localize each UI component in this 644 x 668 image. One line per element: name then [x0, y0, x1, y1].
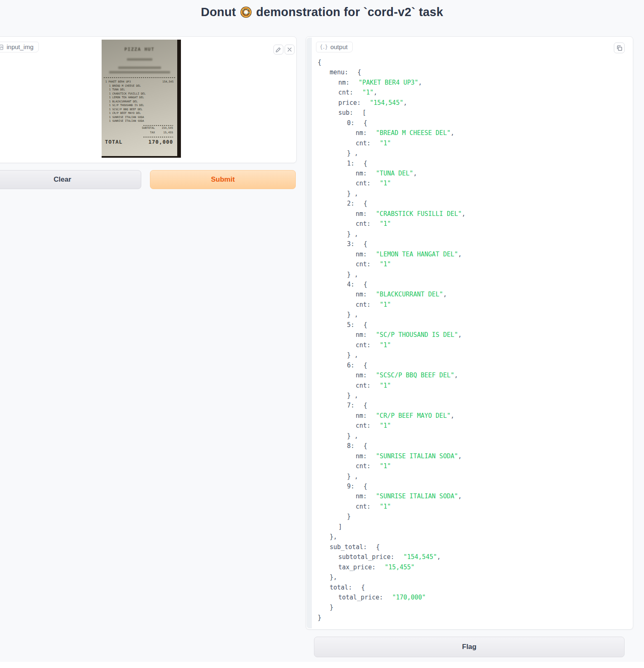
json-string-value: "BREAD M CHEESE DEL"	[376, 129, 451, 137]
receipt-subtotal-value: 154,545	[155, 126, 173, 130]
clear-button[interactable]: Clear	[0, 170, 141, 189]
action-button-row: Clear Submit	[0, 170, 296, 189]
receipt-blurred-line	[118, 66, 161, 69]
receipt-blurred-line	[109, 71, 170, 73]
image-icon	[0, 44, 4, 50]
output-panel: {.} output {menu:{nm:"PAKET BER4 UP3",cn…	[306, 36, 633, 630]
json-string-value: "1"	[380, 140, 391, 147]
receipt-paper: PIZZA HUT 1 PAKET BER4 UP3154,5451 BREAD…	[102, 40, 177, 156]
json-line: 4:{	[318, 280, 627, 289]
input-img-label: input_img	[0, 42, 39, 52]
json-string-value: "154,545"	[403, 553, 437, 561]
receipt-line-text: 1 BLACKCURRANT DEL	[109, 100, 138, 104]
receipt-tax-value: 15,455	[155, 130, 173, 135]
json-string-value: "SUNRISE ITALIAN SODA"	[376, 452, 458, 460]
receipt-line: 1 BLACKCURRANT DEL	[105, 100, 173, 104]
json-line: cnt:"1"	[318, 300, 627, 310]
receipt-line-text: 1 PAKET BER4 UP3	[105, 80, 131, 84]
json-string-value: "1"	[380, 462, 391, 470]
json-string-value: "TUNA DEL"	[376, 170, 413, 177]
json-string-value: "SC/P THOUSAND IS DEL"	[376, 331, 458, 339]
receipt-line: 1 PAKET BER4 UP3154,545	[105, 80, 173, 84]
receipt-blurred-line	[127, 58, 152, 61]
receipt-line-text: 1 BREAD M CHEESE DEL	[109, 84, 141, 88]
receipt-line-text: 1 CRABSTICK FUSILLI DEL	[109, 92, 146, 96]
json-line: }	[318, 613, 627, 623]
receipt-line: 1 SUNRISE ITALIAN SODA	[105, 119, 173, 123]
json-line: 5:{	[318, 320, 627, 330]
json-gutter	[307, 38, 312, 628]
copy-button[interactable]	[614, 43, 625, 53]
copy-icon	[616, 45, 623, 51]
json-line: cnt:"1"	[318, 502, 627, 512]
image-actions	[273, 45, 295, 54]
json-string-value: "170,000"	[392, 594, 425, 601]
json-line: },	[318, 532, 627, 542]
receipt-line: 1 SC/P THOUSAND IS DEL	[105, 104, 173, 108]
json-line: } ,	[318, 270, 627, 280]
json-string-value: "LEMON TEA HANGAT DEL"	[376, 251, 458, 258]
json-output: {menu:{nm:"PAKET BER4 UP3",cnt:"1",price…	[318, 57, 627, 623]
json-line: nm:"LEMON TEA HANGAT DEL",	[318, 249, 627, 259]
json-string-value: "1"	[380, 382, 391, 389]
json-line: cnt:"1"	[318, 259, 627, 269]
json-line: } ,	[318, 189, 627, 199]
json-string-value: "PAKET BER4 UP3"	[359, 79, 418, 86]
json-line: cnt:"1"	[318, 340, 627, 350]
input-img-label-text: input_img	[7, 44, 33, 50]
submit-button[interactable]: Submit	[150, 170, 296, 189]
json-string-value: "CRABSTICK FUSILLI DEL"	[376, 210, 462, 218]
braces-icon: {.}	[320, 44, 328, 50]
receipt-subtotal-row: SUBTOTAL 154,545	[102, 126, 177, 130]
json-line: cnt:"1"	[318, 138, 627, 148]
page-title-suffix: demonstration for `cord-v2` task	[256, 5, 443, 19]
json-line: cnt:"1"	[318, 381, 627, 391]
json-line: cnt:"1"	[318, 461, 627, 471]
json-line: nm:"CR/P BEEF MAYO DEL",	[318, 411, 627, 421]
json-line: tax_price:"15,455"	[318, 562, 627, 572]
page-header: Donut demonstration for `cord-v2` task	[0, 0, 644, 24]
json-line: 3:{	[318, 239, 627, 249]
receipt-line-price: 154,545	[162, 80, 173, 84]
json-line: cnt:"1"	[318, 219, 627, 229]
json-string-value: "CR/P BEEF MAYO DEL"	[376, 412, 451, 419]
json-line: 2:{	[318, 199, 627, 208]
close-icon	[287, 47, 292, 52]
json-string-value: "1"	[380, 301, 391, 308]
json-line: sub:[	[318, 108, 627, 118]
json-line: nm:"SCSC/P BBQ BEEF DEL",	[318, 370, 627, 380]
remove-image-button[interactable]	[285, 45, 295, 54]
json-line: {	[318, 57, 627, 67]
json-line: } ,	[318, 431, 627, 441]
json-line: }	[318, 602, 627, 612]
json-line: 7:{	[318, 400, 627, 410]
json-line: nm:"BREAD M CHEESE DEL",	[318, 128, 627, 138]
receipt-brand: PIZZA HUT	[102, 47, 177, 52]
json-line: }	[318, 512, 627, 521]
json-string-value: "1"	[380, 422, 391, 429]
receipt-image[interactable]: PIZZA HUT 1 PAKET BER4 UP3154,5451 BREAD…	[102, 40, 181, 158]
json-line: nm:"CRABSTICK FUSILLI DEL",	[318, 209, 627, 219]
json-string-value: "15,455"	[385, 564, 414, 571]
json-string-value: "BLACKCURRANT DEL"	[376, 291, 443, 298]
receipt-line-text: 1 SC/P THOUSAND IS DEL	[109, 104, 144, 108]
json-string-value: "1"	[380, 341, 391, 349]
receipt-line-text: 1 SUNRISE ITALIAN SODA	[109, 116, 144, 120]
receipt-line-text: 1 SCSC/P BBQ BEEF DEL	[109, 108, 143, 112]
flag-button[interactable]: Flag	[314, 637, 625, 657]
json-string-value: "1"	[380, 261, 391, 268]
json-line: 9:{	[318, 481, 627, 491]
receipt-items: 1 PAKET BER4 UP3154,5451 BREAD M CHEESE …	[102, 80, 177, 123]
json-string-value: "SCSC/P BBQ BEEF DEL"	[376, 372, 454, 379]
json-string-value: "1"	[380, 180, 391, 187]
page-title-prefix: Donut	[201, 5, 236, 19]
json-line: nm:"PAKET BER4 UP3",	[318, 78, 627, 88]
json-line: nm:"TUNA DEL",	[318, 168, 627, 178]
json-line: } ,	[318, 310, 627, 320]
json-line: price:"154,545",	[318, 98, 627, 108]
edit-image-button[interactable]	[273, 45, 283, 54]
json-line: cnt:"1"	[318, 178, 627, 188]
input-image-panel: input_img PIZZA HUT	[0, 36, 297, 163]
receipt-line-text: 1 CR/P BEEF MAYO DEL	[109, 111, 141, 116]
donut-icon	[240, 7, 252, 18]
